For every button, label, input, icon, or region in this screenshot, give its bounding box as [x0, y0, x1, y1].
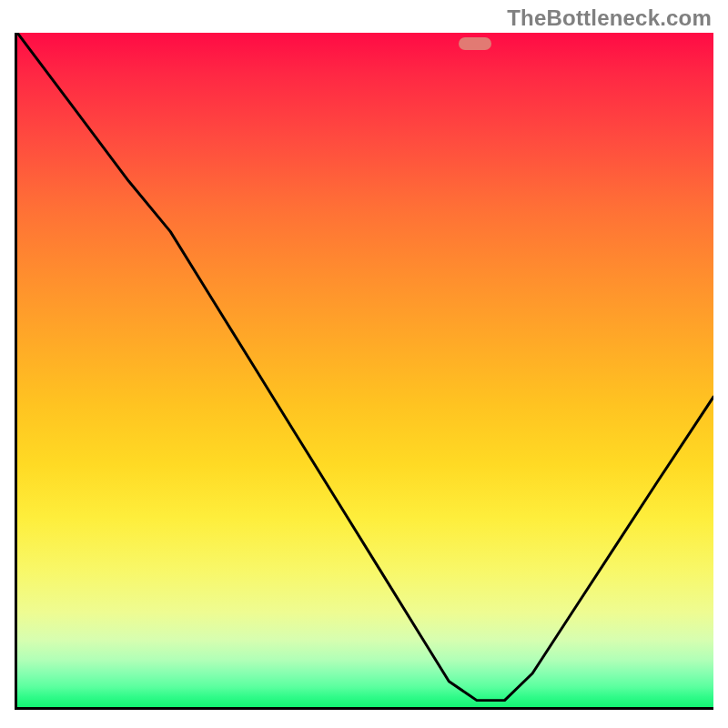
optimal-point-marker [459, 37, 491, 50]
chart-plot-area [15, 33, 713, 710]
bottleneck-curve-line [17, 33, 713, 701]
watermark-text: TheBottleneck.com [507, 5, 712, 31]
chart-line-svg [17, 33, 713, 707]
